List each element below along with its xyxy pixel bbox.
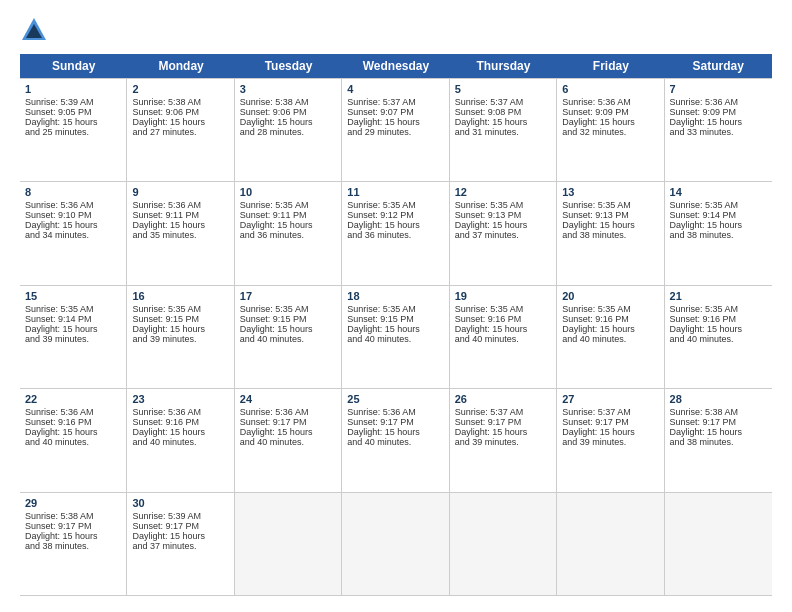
- calendar-cell: 8Sunrise: 5:36 AMSunset: 9:10 PMDaylight…: [20, 182, 127, 284]
- day-info-line: Sunset: 9:16 PM: [562, 314, 658, 324]
- day-info-line: Sunset: 9:16 PM: [455, 314, 551, 324]
- calendar-cell: [235, 493, 342, 595]
- day-number: 19: [455, 290, 551, 302]
- calendar-row: 8Sunrise: 5:36 AMSunset: 9:10 PMDaylight…: [20, 182, 772, 285]
- day-number: 25: [347, 393, 443, 405]
- day-info-line: Sunrise: 5:37 AM: [455, 407, 551, 417]
- calendar-cell: 14Sunrise: 5:35 AMSunset: 9:14 PMDayligh…: [665, 182, 772, 284]
- calendar-cell: 30Sunrise: 5:39 AMSunset: 9:17 PMDayligh…: [127, 493, 234, 595]
- day-info-line: and 36 minutes.: [347, 230, 443, 240]
- calendar-cell: [450, 493, 557, 595]
- day-info-line: Daylight: 15 hours: [562, 427, 658, 437]
- day-info-line: Daylight: 15 hours: [25, 220, 121, 230]
- calendar-cell: 4Sunrise: 5:37 AMSunset: 9:07 PMDaylight…: [342, 79, 449, 181]
- day-info-line: Daylight: 15 hours: [347, 220, 443, 230]
- day-info-line: Sunset: 9:16 PM: [25, 417, 121, 427]
- calendar-cell: 15Sunrise: 5:35 AMSunset: 9:14 PMDayligh…: [20, 286, 127, 388]
- day-info-line: Sunset: 9:10 PM: [25, 210, 121, 220]
- day-info-line: Daylight: 15 hours: [347, 324, 443, 334]
- calendar-cell: 6Sunrise: 5:36 AMSunset: 9:09 PMDaylight…: [557, 79, 664, 181]
- calendar-cell: 27Sunrise: 5:37 AMSunset: 9:17 PMDayligh…: [557, 389, 664, 491]
- day-info-line: Daylight: 15 hours: [562, 220, 658, 230]
- day-number: 30: [132, 497, 228, 509]
- day-number: 13: [562, 186, 658, 198]
- calendar-cell: 11Sunrise: 5:35 AMSunset: 9:12 PMDayligh…: [342, 182, 449, 284]
- day-info-line: Sunrise: 5:35 AM: [240, 304, 336, 314]
- logo: [20, 16, 52, 44]
- day-info-line: Sunrise: 5:35 AM: [240, 200, 336, 210]
- day-info-line: Sunset: 9:16 PM: [670, 314, 767, 324]
- day-info-line: Daylight: 15 hours: [562, 117, 658, 127]
- day-number: 7: [670, 83, 767, 95]
- day-info-line: Daylight: 15 hours: [670, 427, 767, 437]
- day-number: 22: [25, 393, 121, 405]
- day-info-line: Daylight: 15 hours: [240, 117, 336, 127]
- day-info-line: Sunrise: 5:38 AM: [240, 97, 336, 107]
- day-info-line: Sunrise: 5:36 AM: [25, 200, 121, 210]
- day-info-line: and 39 minutes.: [562, 437, 658, 447]
- day-info-line: Sunrise: 5:36 AM: [132, 407, 228, 417]
- day-info-line: Sunrise: 5:39 AM: [25, 97, 121, 107]
- day-info-line: Sunrise: 5:36 AM: [347, 407, 443, 417]
- calendar-header: SundayMondayTuesdayWednesdayThursdayFrid…: [20, 54, 772, 78]
- day-info-line: Sunset: 9:17 PM: [670, 417, 767, 427]
- day-info-line: Daylight: 15 hours: [455, 324, 551, 334]
- calendar-cell: 7Sunrise: 5:36 AMSunset: 9:09 PMDaylight…: [665, 79, 772, 181]
- day-info-line: Daylight: 15 hours: [25, 427, 121, 437]
- day-info-line: and 38 minutes.: [670, 230, 767, 240]
- day-info-line: Sunrise: 5:36 AM: [240, 407, 336, 417]
- day-number: 26: [455, 393, 551, 405]
- calendar-row: 22Sunrise: 5:36 AMSunset: 9:16 PMDayligh…: [20, 389, 772, 492]
- calendar-cell: 29Sunrise: 5:38 AMSunset: 9:17 PMDayligh…: [20, 493, 127, 595]
- day-info-line: Sunset: 9:15 PM: [132, 314, 228, 324]
- day-info-line: and 38 minutes.: [670, 437, 767, 447]
- day-number: 8: [25, 186, 121, 198]
- day-number: 27: [562, 393, 658, 405]
- day-number: 14: [670, 186, 767, 198]
- header: [20, 16, 772, 44]
- day-info-line: and 39 minutes.: [132, 334, 228, 344]
- day-info-line: Daylight: 15 hours: [240, 324, 336, 334]
- day-info-line: and 27 minutes.: [132, 127, 228, 137]
- day-info-line: Sunrise: 5:36 AM: [562, 97, 658, 107]
- calendar-cell: [342, 493, 449, 595]
- weekday-header: Sunday: [20, 54, 127, 78]
- day-info-line: Daylight: 15 hours: [25, 531, 121, 541]
- calendar-cell: 25Sunrise: 5:36 AMSunset: 9:17 PMDayligh…: [342, 389, 449, 491]
- day-info-line: Daylight: 15 hours: [25, 117, 121, 127]
- day-info-line: Daylight: 15 hours: [240, 427, 336, 437]
- calendar-row: 1Sunrise: 5:39 AMSunset: 9:05 PMDaylight…: [20, 78, 772, 182]
- day-info-line: Sunset: 9:11 PM: [132, 210, 228, 220]
- day-info-line: Sunset: 9:13 PM: [562, 210, 658, 220]
- day-info-line: Sunset: 9:17 PM: [25, 521, 121, 531]
- day-info-line: and 40 minutes.: [670, 334, 767, 344]
- day-number: 17: [240, 290, 336, 302]
- day-info-line: and 32 minutes.: [562, 127, 658, 137]
- day-info-line: Sunrise: 5:35 AM: [455, 200, 551, 210]
- day-info-line: Daylight: 15 hours: [562, 324, 658, 334]
- day-info-line: Daylight: 15 hours: [132, 117, 228, 127]
- day-number: 2: [132, 83, 228, 95]
- day-info-line: and 38 minutes.: [562, 230, 658, 240]
- day-number: 15: [25, 290, 121, 302]
- day-info-line: Sunset: 9:17 PM: [347, 417, 443, 427]
- day-number: 21: [670, 290, 767, 302]
- day-info-line: Sunset: 9:05 PM: [25, 107, 121, 117]
- day-info-line: and 40 minutes.: [455, 334, 551, 344]
- calendar-cell: 18Sunrise: 5:35 AMSunset: 9:15 PMDayligh…: [342, 286, 449, 388]
- day-number: 10: [240, 186, 336, 198]
- day-info-line: and 37 minutes.: [132, 541, 228, 551]
- day-info-line: Daylight: 15 hours: [132, 324, 228, 334]
- calendar-cell: [557, 493, 664, 595]
- day-info-line: Daylight: 15 hours: [132, 531, 228, 541]
- day-number: 29: [25, 497, 121, 509]
- day-info-line: Sunset: 9:07 PM: [347, 107, 443, 117]
- day-number: 16: [132, 290, 228, 302]
- day-info-line: Sunrise: 5:38 AM: [25, 511, 121, 521]
- calendar-cell: 22Sunrise: 5:36 AMSunset: 9:16 PMDayligh…: [20, 389, 127, 491]
- day-info-line: and 40 minutes.: [240, 437, 336, 447]
- day-info-line: Sunset: 9:08 PM: [455, 107, 551, 117]
- day-info-line: and 33 minutes.: [670, 127, 767, 137]
- day-number: 11: [347, 186, 443, 198]
- calendar-cell: 21Sunrise: 5:35 AMSunset: 9:16 PMDayligh…: [665, 286, 772, 388]
